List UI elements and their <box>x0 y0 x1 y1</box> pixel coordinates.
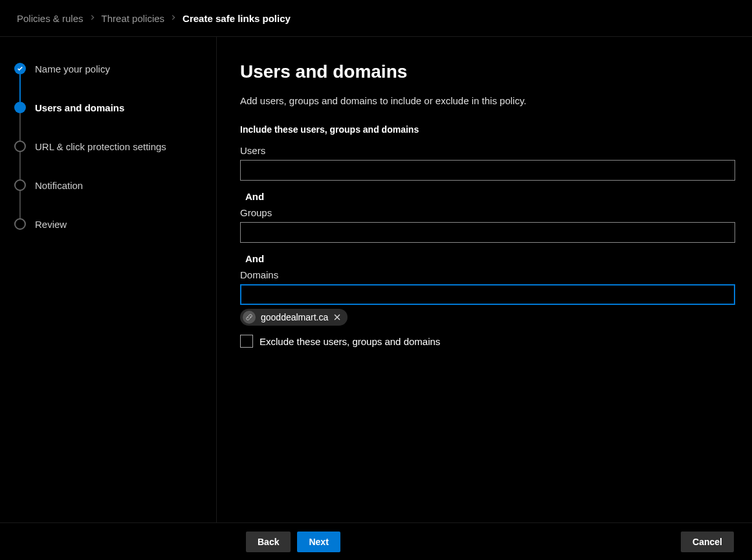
main-content: Users and domains Add users, groups and … <box>217 37 752 522</box>
groups-input[interactable] <box>240 222 735 243</box>
and-separator: And <box>240 186 746 207</box>
step-label: Review <box>35 219 67 230</box>
upcoming-step-icon <box>14 179 26 191</box>
groups-label: Groups <box>240 207 746 218</box>
step-connector <box>19 191 21 218</box>
page-description: Add users, groups and domains to include… <box>240 95 746 106</box>
domains-input[interactable] <box>240 284 735 305</box>
chevron-right-icon <box>90 14 95 23</box>
step-connector <box>19 113 21 140</box>
breadcrumb-link-threat[interactable]: Threat policies <box>102 13 165 24</box>
step-review[interactable]: Review <box>14 218 205 230</box>
domains-field: Domains gooddealmart.ca <box>240 269 746 326</box>
users-input[interactable] <box>240 160 735 181</box>
step-label: URL & click protection settings <box>35 141 166 152</box>
cancel-button[interactable]: Cancel <box>681 532 734 552</box>
step-notification[interactable]: Notification <box>14 179 205 191</box>
exclude-checkbox-label: Exclude these users, groups and domains <box>260 336 440 347</box>
domain-chips: gooddealmart.ca <box>240 309 746 326</box>
current-step-icon <box>14 102 26 113</box>
page-title: Users and domains <box>240 62 746 82</box>
step-url-protection[interactable]: URL & click protection settings <box>14 140 205 152</box>
upcoming-step-icon <box>14 218 26 230</box>
step-connector <box>19 74 21 102</box>
next-button[interactable]: Next <box>297 532 340 552</box>
exclude-checkbox[interactable] <box>240 335 253 348</box>
domains-label: Domains <box>240 269 746 280</box>
and-separator: And <box>240 248 746 269</box>
chip-label: gooddealmart.ca <box>261 312 328 322</box>
back-button[interactable]: Back <box>246 532 291 552</box>
remove-chip-button[interactable] <box>333 313 341 321</box>
include-heading: Include these users, groups and domains <box>240 124 746 135</box>
breadcrumb: Policies & rules Threat policies Create … <box>0 0 752 37</box>
link-icon <box>243 311 256 324</box>
groups-field: Groups <box>240 207 746 243</box>
step-name-policy[interactable]: Name your policy <box>14 63 205 74</box>
breadcrumb-link-policies[interactable]: Policies & rules <box>17 13 83 24</box>
step-users-domains[interactable]: Users and domains <box>14 102 205 113</box>
step-label: Notification <box>35 180 83 191</box>
step-label: Name your policy <box>35 63 110 74</box>
footer: Back Next Cancel <box>0 522 752 560</box>
users-field: Users <box>240 145 746 181</box>
exclude-checkbox-row: Exclude these users, groups and domains <box>240 335 746 348</box>
step-connector <box>19 152 21 179</box>
upcoming-step-icon <box>14 140 26 152</box>
step-label: Users and domains <box>35 102 124 113</box>
wizard-steps: Name your policy Users and domains URL &… <box>0 37 217 522</box>
domain-chip: gooddealmart.ca <box>240 309 348 326</box>
chevron-right-icon <box>171 14 176 23</box>
users-label: Users <box>240 145 746 156</box>
check-icon <box>14 63 26 74</box>
breadcrumb-current: Create safe links policy <box>182 13 291 24</box>
